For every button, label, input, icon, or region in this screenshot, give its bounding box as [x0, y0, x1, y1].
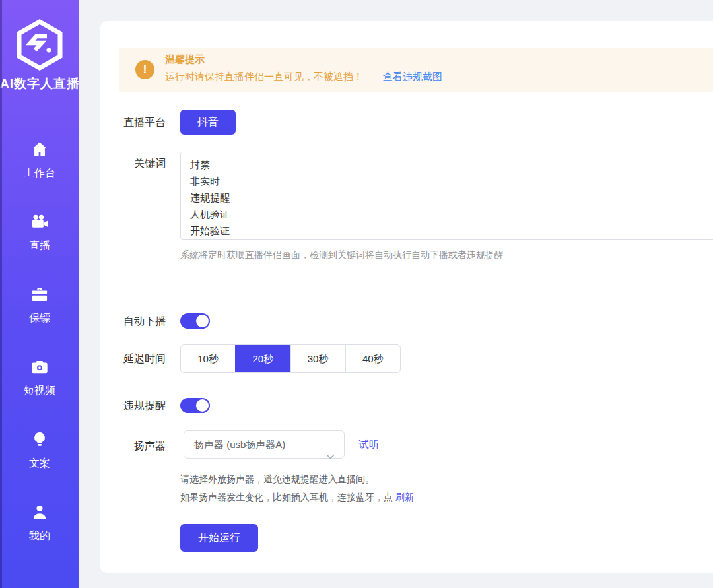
notice-message-text: 运行时请保持直播伴侣一直可见，不被遮挡！ — [165, 71, 363, 82]
app-logo-icon — [15, 18, 65, 71]
sidebar-item-label: 工作台 — [24, 167, 55, 178]
speaker-label: 扬声器 — [100, 440, 166, 453]
app-title: AI数字人直播 — [0, 75, 79, 92]
toggle-knob — [196, 399, 209, 412]
sidebar-item-bodyguard[interactable]: 保镖 — [0, 285, 79, 325]
sidebar-item-label: 直播 — [29, 240, 50, 251]
speaker-hint-line2-text: 如果扬声器发生变化，比如插入耳机，连接蓝牙，点 — [180, 492, 393, 502]
notice-message: 运行时请保持直播伴侣一直可见，不被遮挡！查看违规截图 — [165, 71, 442, 83]
speaker-hint-line2: 如果扬声器发生变化，比如插入耳机，连接蓝牙，点 刷新 — [180, 488, 414, 506]
keywords-hint: 系统将定时获取直播伴侣画面，检测到关键词将自动执行自动下播或者违规提醒 — [180, 249, 504, 261]
sidebar-item-label: 保镖 — [29, 312, 50, 323]
delay-option-10s[interactable]: 10秒 — [181, 345, 235, 372]
speaker-test-link[interactable]: 试听 — [358, 430, 380, 459]
speaker-hints: 请选择外放扬声器，避免违规提醒进入直播间。 如果扬声器发生变化，比如插入耳机，连… — [180, 471, 414, 506]
delay-option-40s[interactable]: 40秒 — [345, 345, 400, 372]
section-divider — [114, 292, 713, 292]
briefcase-icon — [0, 285, 79, 305]
refresh-link[interactable]: 刷新 — [395, 492, 414, 502]
view-violation-screenshot-link[interactable]: 查看违规截图 — [383, 71, 442, 82]
warning-icon: ! — [135, 60, 154, 79]
user-icon — [0, 503, 79, 523]
notice-banner: ! 温馨提示 运行时请保持直播伴侣一直可见，不被遮挡！查看违规截图 — [119, 48, 713, 92]
camera-icon — [0, 358, 79, 377]
platform-label: 直播平台 — [100, 116, 166, 129]
lightbulb-icon — [0, 430, 79, 450]
speaker-hint-line1: 请选择外放扬声器，避免违规提醒进入直播间。 — [180, 471, 414, 488]
keywords-textarea[interactable]: 封禁 非实时 违规提醒 人机验证 开始验证 — [180, 152, 713, 240]
delay-label: 延迟时间 — [100, 352, 166, 366]
sidebar-menu: 工作台 直播 保镖 短视频 文案 — [0, 140, 79, 575]
sidebar-item-label: 我的 — [29, 530, 50, 541]
toggle-knob — [196, 315, 209, 327]
sidebar-item-mine[interactable]: 我的 — [0, 503, 79, 542]
sidebar-item-short-video[interactable]: 短视频 — [0, 358, 79, 397]
delay-segmented-control: 10秒 20秒 30秒 40秒 — [180, 344, 401, 373]
speaker-select-value: 扬声器 (usb扬声器A) — [194, 439, 285, 450]
keywords-label: 关键词 — [100, 157, 166, 170]
video-camera-icon — [0, 212, 79, 232]
sidebar: AI数字人直播 工作台 直播 保镖 短视频 — [0, 0, 79, 588]
chevron-down-icon — [326, 442, 335, 469]
auto-stop-label: 自动下播 — [100, 315, 166, 328]
start-run-button[interactable]: 开始运行 — [180, 524, 258, 552]
violation-alert-toggle[interactable] — [180, 398, 210, 413]
notice-title: 温馨提示 — [165, 53, 205, 66]
home-icon — [0, 140, 79, 160]
sidebar-item-copywriting[interactable]: 文案 — [0, 430, 79, 470]
delay-option-30s[interactable]: 30秒 — [290, 345, 345, 372]
sidebar-item-live[interactable]: 直播 — [0, 212, 79, 252]
speaker-select[interactable]: 扬声器 (usb扬声器A) — [184, 430, 345, 459]
sidebar-item-label: 文案 — [29, 457, 50, 469]
violation-alert-label: 违规提醒 — [100, 399, 166, 412]
sidebar-item-label: 短视频 — [24, 385, 55, 396]
auto-stop-toggle[interactable] — [180, 313, 210, 329]
sidebar-item-workbench[interactable]: 工作台 — [0, 140, 79, 180]
platform-douyin-button[interactable]: 抖音 — [180, 110, 236, 135]
main-panel: ! 温馨提示 运行时请保持直播伴侣一直可见，不被遮挡！查看违规截图 直播平台 抖… — [100, 21, 713, 573]
delay-option-20s[interactable]: 20秒 — [235, 345, 290, 372]
